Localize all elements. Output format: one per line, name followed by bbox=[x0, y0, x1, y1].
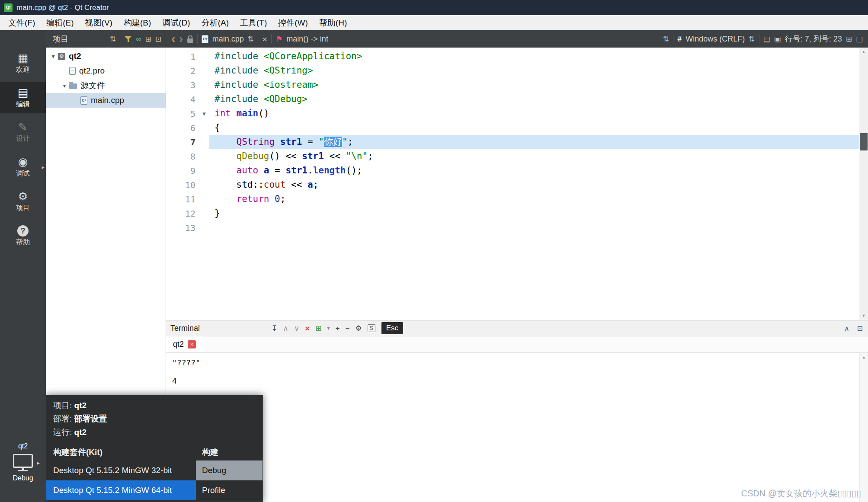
close-panel-icon[interactable]: ⊡ bbox=[155, 35, 161, 43]
code-line-10[interactable]: std::cout << a; bbox=[209, 178, 859, 192]
editor-toolbar: ‹ › main.cpp ⇅ × ⚑ main() -> int ⇅ # Win… bbox=[166, 30, 868, 48]
symbol-combo[interactable]: main() -> int ⇅ bbox=[286, 35, 669, 44]
keyboard-lock-icon[interactable]: S bbox=[368, 324, 375, 332]
code-line-13[interactable] bbox=[209, 221, 859, 235]
terminal-title: Terminal bbox=[170, 324, 200, 333]
line-number: 13 bbox=[166, 223, 199, 233]
scroll-up-icon[interactable]: ▲ bbox=[860, 353, 868, 361]
tree-item-label: main.cpp bbox=[91, 96, 124, 105]
collapse-panel-icon[interactable]: ∧ bbox=[844, 324, 849, 333]
terminal-dropdown-icon[interactable]: ▾ bbox=[327, 326, 330, 331]
tree-item-label: qt2 bbox=[69, 51, 81, 61]
line-number: 5 bbox=[166, 109, 199, 119]
folder-icon bbox=[69, 83, 77, 89]
split-editor-icon[interactable]: ⊞ bbox=[846, 35, 852, 43]
terminal-tab-qt2[interactable]: qt2 × bbox=[166, 336, 203, 352]
code-line-7[interactable]: QString str1 = "你好"; bbox=[209, 135, 859, 149]
menu-item-5[interactable]: 调试(D) bbox=[157, 15, 195, 30]
line-number: 1 bbox=[166, 51, 199, 62]
kit-option-1[interactable]: Desktop Qt 5.15.2 MinGW 32-bit bbox=[46, 460, 196, 480]
code-line-5[interactable]: int main() bbox=[209, 106, 859, 121]
line-number: 2 bbox=[166, 66, 199, 76]
menu-item-8[interactable]: 控件(W) bbox=[272, 15, 314, 30]
menu-item-6[interactable]: 分析(A) bbox=[196, 15, 234, 30]
editor-code-area[interactable]: #include <QCoreApplication>#include <QSt… bbox=[209, 48, 859, 320]
close-tab-icon[interactable]: × bbox=[188, 340, 196, 349]
chevron-up-icon[interactable]: ∧ bbox=[283, 325, 288, 332]
diff-editor-icon[interactable]: ▣ bbox=[774, 35, 781, 43]
mode-item-edit[interactable]: ▤编辑 bbox=[0, 82, 46, 113]
mode-item-label: 调试 bbox=[16, 169, 30, 178]
watermark: CSDN @卖女孩的小火柴▯▯▯▯▯ bbox=[741, 488, 861, 499]
line-number: 12 bbox=[166, 208, 199, 219]
menu-item-2[interactable]: 编辑(E) bbox=[41, 15, 79, 30]
code-line-3[interactable]: #include <iostream> bbox=[209, 78, 859, 92]
mode-item-debug[interactable]: ◉调试▸ bbox=[0, 151, 46, 182]
chevron-down-icon[interactable]: ∨ bbox=[294, 325, 299, 332]
code-editor: 12345▾678910111213 #include <QCoreApplic… bbox=[166, 48, 868, 320]
code-line-2[interactable]: #include <QString> bbox=[209, 64, 859, 78]
tree-item-qt2[interactable]: ▾qt2 bbox=[46, 49, 166, 64]
editor-gutter: 12345▾678910111213 bbox=[166, 48, 209, 320]
code-line-4[interactable]: #include <QDebug> bbox=[209, 92, 859, 106]
scrollbar-thumb[interactable] bbox=[860, 133, 868, 150]
mode-item-welcome[interactable]: ▦欢迎 bbox=[0, 48, 46, 79]
tree-item-source-folder[interactable]: ▾源文件 bbox=[46, 78, 166, 93]
tree-item-qt2-pro[interactable]: qt2.pro bbox=[46, 64, 166, 78]
tree-item-main-cpp[interactable]: main.cpp bbox=[46, 93, 166, 108]
terminal-scrollbar[interactable]: ▲ bbox=[859, 353, 868, 502]
menu-item-3[interactable]: 视图(V) bbox=[80, 15, 118, 30]
kit-row-2: Desktop Qt 5.15.2 MinGW 64-bitProfile bbox=[46, 480, 263, 500]
sync-with-editor-icon[interactable]: ∞ bbox=[136, 35, 141, 43]
mode-item-design[interactable]: ✎设计 bbox=[0, 117, 46, 148]
scroll-down-icon[interactable]: ▼ bbox=[859, 311, 868, 320]
build-option-profile[interactable]: Profile bbox=[196, 480, 263, 500]
tree-item-label: 源文件 bbox=[80, 80, 105, 91]
file-combo-updown-icon[interactable]: ⇅ bbox=[248, 35, 254, 43]
menu-item-7[interactable]: 工具(T) bbox=[234, 15, 272, 30]
navigation-view-combo[interactable]: 项目 bbox=[53, 34, 68, 44]
code-line-1[interactable]: #include <QCoreApplication> bbox=[209, 49, 859, 64]
menu-item-4[interactable]: 构建(B) bbox=[118, 15, 157, 30]
editor-scrollbar[interactable]: ▲ ▼ bbox=[859, 48, 868, 320]
filter-icon[interactable] bbox=[124, 35, 132, 42]
zoom-in-icon[interactable]: + bbox=[336, 325, 340, 332]
zoom-out-icon[interactable]: − bbox=[346, 325, 350, 332]
cursor-position-label: 行号: 7, 列号: 23 bbox=[785, 34, 842, 44]
kit-project-label: qt2 bbox=[18, 442, 28, 450]
esc-button[interactable]: Esc bbox=[381, 322, 403, 334]
scroll-to-bottom-icon[interactable]: ↧ bbox=[271, 325, 277, 332]
scroll-up-icon[interactable]: ▲ bbox=[859, 48, 868, 56]
terminal-line: "????" bbox=[172, 358, 862, 367]
menu-item-9[interactable]: 帮助(H) bbox=[314, 15, 352, 30]
clear-terminal-icon[interactable]: × bbox=[305, 324, 310, 333]
menu-item-1[interactable]: 文件(F) bbox=[3, 15, 41, 30]
editor-options-icon[interactable]: ▤ bbox=[763, 35, 770, 43]
kit-option-2[interactable]: Desktop Qt 5.15.2 MinGW 64-bit bbox=[46, 480, 196, 500]
terminal-settings-icon[interactable]: ⚙ bbox=[355, 325, 362, 332]
kit-table: 构建套件(Kit) 构建 Desktop Qt 5.15.2 MinGW 32-… bbox=[46, 444, 263, 500]
kit-selector-button[interactable]: qt2 ▸ Debug bbox=[0, 441, 46, 502]
line-ending-combo[interactable]: Windows (CRLF) bbox=[685, 35, 745, 44]
terminal-output[interactable]: "????"4 ▲ bbox=[166, 353, 868, 502]
encoding-combo-updown-icon[interactable]: ⇅ bbox=[749, 35, 755, 43]
code-line-8[interactable]: qDebug() << str1 << "\n"; bbox=[209, 149, 859, 163]
pencil-icon: ✎ bbox=[18, 121, 28, 133]
close-file-icon[interactable]: × bbox=[262, 35, 267, 44]
code-line-9[interactable]: auto a = str1.length(); bbox=[209, 163, 859, 178]
back-icon[interactable]: ‹ bbox=[171, 34, 175, 44]
code-line-11[interactable]: return 0; bbox=[209, 192, 859, 206]
build-option-debug[interactable]: Debug bbox=[196, 460, 263, 480]
kit-header: 构建套件(Kit) bbox=[46, 444, 196, 460]
mode-item-projects[interactable]: ⚙项目 bbox=[0, 186, 46, 217]
code-line-6[interactable]: { bbox=[209, 121, 859, 135]
split-panel-icon[interactable]: ⊞ bbox=[145, 35, 151, 43]
forward-icon[interactable]: › bbox=[179, 34, 183, 44]
code-line-12[interactable]: } bbox=[209, 206, 859, 221]
open-file-combo[interactable]: main.cpp bbox=[212, 35, 244, 44]
combo-updown-icon[interactable]: ⇅ bbox=[110, 35, 116, 43]
open-right-pane-icon[interactable]: ▢ bbox=[856, 35, 863, 43]
mode-item-help[interactable]: ?帮助 bbox=[0, 221, 46, 252]
maximize-panel-icon[interactable]: ⊡ bbox=[857, 324, 863, 333]
new-terminal-icon[interactable]: ⊞ bbox=[315, 325, 321, 332]
